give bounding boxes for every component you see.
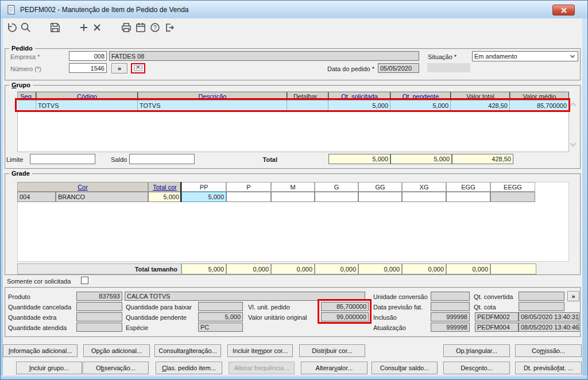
delete-button[interactable]	[91, 21, 103, 34]
consultar-saldo-button[interactable]: Consultar saldo...	[372, 362, 438, 374]
limite-label: Limite	[6, 156, 23, 164]
produto-descricao-field: CALCA TOTVS	[125, 292, 365, 301]
qt-cota-field	[519, 302, 564, 311]
grade-col-g: G	[315, 182, 358, 192]
op-triangular-button[interactable]: Op. triangular...	[443, 344, 510, 357]
atualizacao-programa-field: PEDFM004	[475, 323, 519, 332]
grupo-cell-qt-pendente: 5,000	[390, 100, 451, 110]
distribuir-cor-button[interactable]: Distribuir cor...	[299, 344, 365, 357]
grupo-cell-descricao: TOTVS	[138, 100, 287, 110]
grupo-col-qt-pendente[interactable]: Qt. pendente	[390, 92, 451, 100]
grupo-col-codigo[interactable]: Código	[36, 92, 138, 100]
grupo-col-seq[interactable]: Seq.	[17, 92, 36, 100]
somente-cor-checkbox[interactable]	[81, 277, 88, 284]
total-tamanho-egg: 0,000	[446, 263, 490, 274]
numero-input[interactable]	[69, 63, 107, 73]
saldo-input[interactable]	[129, 154, 195, 164]
add-button[interactable]	[78, 21, 90, 34]
qtd-baixar-field	[198, 302, 243, 311]
chevron-down-icon	[570, 53, 575, 58]
undo-button[interactable]	[6, 21, 18, 34]
informacao-adicional-button[interactable]: Informação adicional...	[3, 344, 78, 357]
grade-cell-cor: BRANCO	[56, 192, 148, 202]
grade-col-xg: XG	[402, 182, 446, 192]
inclusao-label: Inclusão	[373, 313, 397, 321]
grade-col-cor[interactable]: Cor	[17, 182, 148, 192]
plus-icon	[78, 21, 90, 34]
calendar-icon	[134, 21, 147, 34]
help-button[interactable]: ?	[149, 21, 161, 34]
grade-cell-pp[interactable]: 5,000	[181, 192, 226, 202]
grupo-cell-codigo: TOTVS	[36, 100, 138, 110]
vl-orig-label: Valor unitário original	[248, 313, 307, 321]
comissao-button[interactable]: Comissão...	[515, 344, 582, 357]
grade-cell-xg[interactable]	[402, 192, 446, 202]
total-tamanho-g: 0,000	[315, 263, 358, 274]
exit-button[interactable]	[163, 21, 176, 34]
grupo-col-detalhar: Detalhar...	[287, 92, 328, 100]
saldo-label: Saldo	[111, 156, 127, 164]
grade-cell-eegg	[490, 192, 535, 202]
opcao-adicional-button[interactable]: Opção adicional...	[83, 344, 150, 357]
empresa-input[interactable]	[69, 51, 107, 61]
empresa-label: Empresa *	[10, 53, 40, 61]
grade-cell-gg[interactable]	[358, 192, 402, 202]
situacao-dropdown[interactable]: Em andamento	[472, 51, 578, 61]
situacao-label: Situação *	[428, 53, 457, 61]
empresa-nome-field: FATDES 08	[109, 51, 419, 61]
unidade-conv-field	[431, 292, 470, 301]
vl-unit-label: Vl. unit. pedido	[248, 303, 290, 311]
grupo-cell-qt-solicitada: 5,000	[328, 100, 390, 110]
total-tamanho-p: 0,000	[226, 263, 271, 274]
grade-cell-g[interactable]	[315, 192, 358, 202]
search-button[interactable]	[20, 21, 32, 34]
alterar-frequencia-button: Alterar frequência...	[229, 362, 295, 374]
grupo-col-descricao[interactable]: Descrição	[138, 92, 287, 100]
grade-cell-total-cor: 5,000	[148, 192, 181, 202]
numero-expand-button[interactable]: »	[111, 63, 127, 73]
title-bar: PEDFM002 - Manutenção de Item de Pedido …	[1, 1, 587, 18]
atualizacao-datahora-field: 08/05/2020 13:40:46	[519, 323, 579, 332]
qtd-extra-label: Quantidade extra	[8, 313, 56, 321]
total-qt-pendente-field: 5,000	[390, 154, 452, 164]
grupo-col-qt-solicitada[interactable]: Qt. solicitada	[328, 92, 390, 100]
grade-col-total-cor[interactable]: Total cor	[148, 182, 181, 192]
vl-unit-field: 85,700000	[321, 302, 369, 311]
unidade-conv-label: Unidade conversão	[373, 293, 428, 301]
close-button[interactable]	[552, 5, 575, 15]
qtd-atendida-field	[76, 323, 122, 332]
grade-cell-egg[interactable]	[446, 192, 490, 202]
document-icon	[6, 5, 17, 15]
atualizacao-usuario-field: 999998	[431, 323, 470, 332]
grupo-row-selected[interactable]: TOTVS TOTVS 5,000 5,000 428,50 85,700000	[17, 100, 569, 110]
calendar-button[interactable]	[134, 21, 147, 34]
save-button[interactable]	[49, 21, 61, 34]
print-button[interactable]	[120, 21, 133, 34]
dt-previsao-fat-button[interactable]: Dt. previsão fat. ...	[515, 362, 582, 374]
grade-col-eegg: EEGG	[490, 182, 535, 192]
incluir-item-por-cor-button[interactable]: Incluir item por cor...	[227, 344, 293, 357]
printer-icon	[120, 21, 133, 34]
incluir-grupo-button[interactable]: Incluir grupo...	[16, 362, 82, 374]
data-pedido-label: Data do pedido *	[327, 65, 373, 73]
consultar-alteracao-button[interactable]: Consultar alteração...	[154, 344, 221, 357]
situacao-value: Em andamento	[474, 53, 517, 60]
data-prev-field	[431, 302, 470, 311]
clas-pedido-item-button[interactable]: Clas. pedido item...	[156, 362, 222, 374]
grade-cell-p[interactable]	[226, 192, 271, 202]
alterar-valor-button[interactable]: Alterar valor...	[301, 362, 368, 374]
detalhes-expand-button[interactable]: »	[567, 291, 579, 301]
qtd-baixar-label: Quantidade para baixar	[126, 303, 192, 311]
zoom-calendar-button[interactable]	[131, 63, 145, 73]
data-prev-label: Data previsão fat.	[373, 303, 423, 311]
grade-cell-m[interactable]	[271, 192, 315, 202]
desconto-button[interactable]: Desconto...	[443, 362, 510, 374]
grade-col-m: M	[271, 182, 315, 192]
limite-input[interactable]	[30, 154, 95, 164]
somente-cor-label: Somente cor solicitada	[7, 277, 71, 285]
search-icon	[20, 21, 32, 34]
total-qt-solicitada-field: 5,000	[328, 154, 390, 164]
observacao-button[interactable]: Observação...	[83, 362, 149, 374]
qt-cota-label: Qt. cota	[474, 303, 496, 311]
grupo-legend: Grupo	[9, 82, 33, 88]
